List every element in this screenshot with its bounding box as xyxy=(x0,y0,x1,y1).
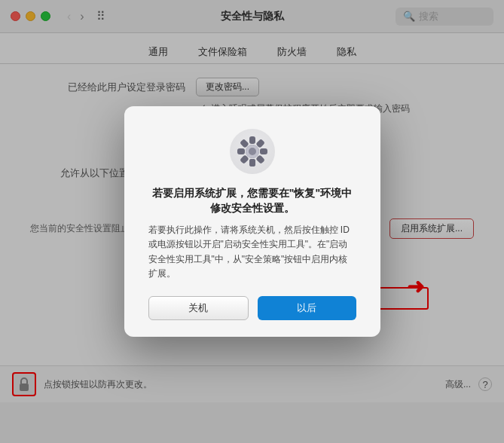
modal-title: 若要启用系统扩展，您需要在"恢复"环境中修改安全性设置。 xyxy=(148,186,356,215)
modal-overlay: 若要启用系统扩展，您需要在"恢复"环境中修改安全性设置。 若要执行此操作，请将系… xyxy=(0,0,504,443)
settings-icon xyxy=(228,127,276,176)
svg-point-13 xyxy=(249,148,256,155)
modal-dialog: 若要启用系统扩展，您需要在"恢复"环境中修改安全性设置。 若要执行此操作，请将系… xyxy=(124,106,380,337)
svg-rect-6 xyxy=(260,148,267,154)
svg-rect-3 xyxy=(249,136,255,144)
modal-buttons: 关机 以后 xyxy=(148,296,356,320)
modal-body: 若要执行此操作，请将系统关机，然后按住触控 ID 或电源按钮以开启"启动安全性实… xyxy=(148,223,356,281)
svg-rect-10 xyxy=(237,148,245,154)
shutdown-button[interactable]: 关机 xyxy=(148,296,249,320)
later-button[interactable]: 以后 xyxy=(258,296,356,320)
svg-rect-8 xyxy=(249,159,255,167)
